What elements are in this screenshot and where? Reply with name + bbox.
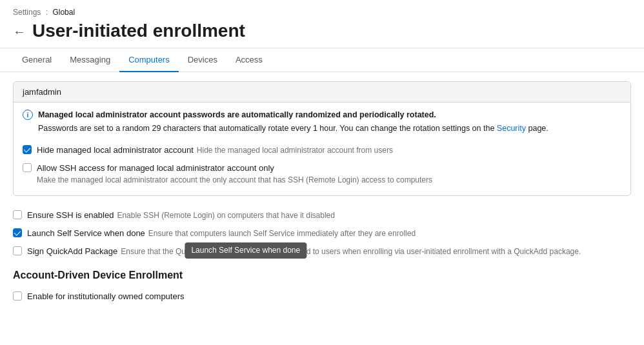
allow-ssh-desc: Make the managed local administrator acc… [37, 175, 432, 186]
checkbox-hide-managed-label: Hide managed local administrator account… [37, 144, 393, 156]
checkbox-enable-institutional-label: Enable for institutionally owned compute… [27, 291, 185, 302]
settings-label: Settings [13, 8, 41, 17]
ensure-ssh-desc: Enable SSH (Remote Login) on computers t… [117, 210, 335, 221]
info-text-normal: Passwords are set to a random 29 charact… [38, 124, 497, 133]
checkbox-enable-institutional: Enable for institutionally owned compute… [13, 288, 631, 306]
back-arrow-icon[interactable]: ← [13, 25, 26, 38]
header: Settings : Global ← User-initiated enrol… [0, 0, 644, 48]
launch-self-service-main-label: Launch Self Service when done [27, 228, 145, 239]
page-title: User-initiated enrollment [32, 21, 245, 41]
tab-general[interactable]: General [13, 48, 61, 72]
checkbox-ensure-ssh: Ensure SSH is enabled Enable SSH (Remote… [13, 206, 631, 224]
global-label: Global [52, 8, 75, 17]
tab-bar: General Messaging Computers Devices Acce… [0, 48, 644, 72]
checkbox-sign-quickadd-label: Sign QuickAdd Package Ensure that the Qu… [27, 246, 581, 257]
info-text-bold: Managed local administrator account pass… [38, 109, 548, 121]
managed-account-section: jamfadmin i Managed local administrator … [13, 81, 631, 196]
tooltip-wrapper-launch: Launch Self Service when done Ensure tha… [27, 228, 416, 239]
tab-computers[interactable]: Computers [119, 48, 179, 72]
security-link[interactable]: Security [497, 124, 526, 133]
checkbox-enable-institutional-input[interactable] [13, 291, 22, 301]
info-icon: i [23, 110, 33, 120]
checkbox-launch-self-service-label: Launch Self Service when done Ensure tha… [27, 228, 416, 239]
page-title-row: ← User-initiated enrollment [13, 21, 631, 41]
sign-quickadd-desc: Ensure that the QuickAdd package certifi… [121, 246, 581, 257]
checkbox-hide-managed-input[interactable] [23, 145, 32, 154]
launch-self-service-desc: Ensure that computers launch Self Servic… [148, 228, 416, 239]
checkbox-launch-self-service-input[interactable] [13, 228, 22, 237]
info-banner: i Managed local administrator account pa… [23, 109, 621, 135]
tab-access[interactable]: Access [226, 48, 272, 72]
breadcrumb-sep: : [46, 8, 48, 17]
section-body: i Managed local administrator account pa… [14, 103, 630, 195]
standalone-checkboxes: Ensure SSH is enabled Enable SSH (Remote… [13, 206, 631, 261]
checkbox-sign-quickadd: Sign QuickAdd Package Ensure that the Qu… [13, 242, 631, 261]
checkbox-launch-self-service: Launch Self Service when done Ensure tha… [13, 224, 631, 242]
checkbox-allow-ssh: Allow SSH access for managed local admin… [23, 159, 621, 189]
checkbox-ensure-ssh-input[interactable] [13, 210, 22, 219]
tab-devices[interactable]: Devices [179, 48, 226, 72]
account-driven-title: Account-Driven Device Enrollment [13, 270, 631, 281]
checkbox-hide-managed: Hide managed local administrator account… [23, 141, 621, 159]
allow-ssh-main-label: Allow SSH access for managed local admin… [37, 163, 274, 173]
section-header-jamfadmin: jamfadmin [14, 82, 630, 103]
hide-managed-desc: Hide the managed local administrator acc… [197, 145, 393, 156]
content-area: jamfadmin i Managed local administrator … [0, 72, 644, 319]
checkbox-sign-quickadd-input[interactable] [13, 246, 22, 255]
checkbox-allow-ssh-label: Allow SSH access for managed local admin… [37, 163, 432, 186]
hide-managed-main-label: Hide managed local administrator account [37, 144, 194, 156]
checkbox-allow-ssh-input[interactable] [23, 163, 32, 172]
info-text-after: page. [526, 124, 548, 133]
checkbox-ensure-ssh-label: Ensure SSH is enabled Enable SSH (Remote… [27, 210, 335, 221]
breadcrumb: Settings : Global [13, 8, 631, 17]
enable-institutional-main-label: Enable for institutionally owned compute… [27, 291, 185, 301]
ensure-ssh-main-label: Ensure SSH is enabled [27, 210, 114, 221]
info-text: Managed local administrator account pass… [38, 109, 548, 135]
sign-quickadd-main-label: Sign QuickAdd Package [27, 246, 117, 257]
tab-messaging[interactable]: Messaging [61, 48, 119, 72]
